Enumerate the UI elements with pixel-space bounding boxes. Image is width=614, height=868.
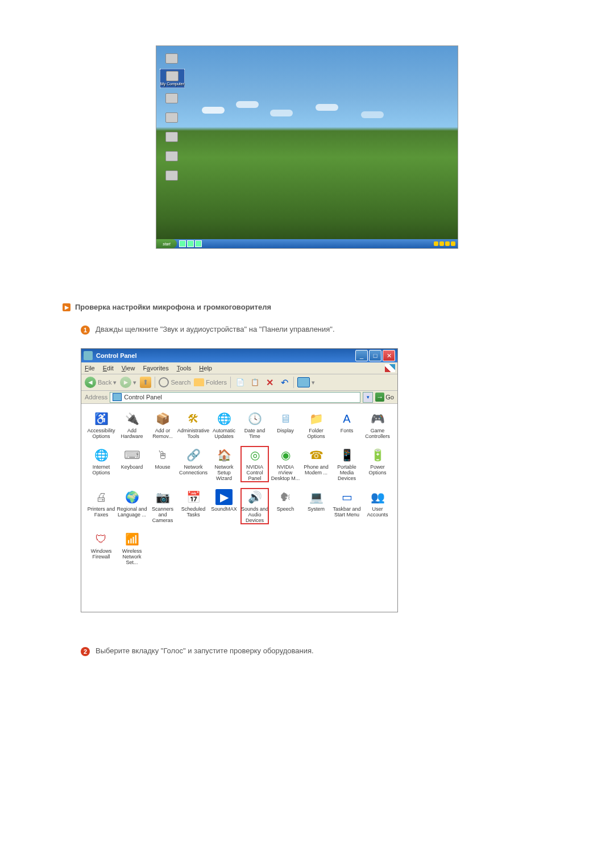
cp-item-label: Scanners and Cameras	[147, 506, 178, 523]
cp-item[interactable]: 🕓Date and Time	[239, 411, 270, 439]
window-titlebar: Control Panel _ □ ✕	[81, 349, 397, 362]
cp-item-icon: 🛡	[93, 531, 110, 547]
cp-item[interactable]: 💻System	[301, 489, 331, 523]
cp-item[interactable]: ♿Accessibility Options	[86, 411, 117, 439]
cp-item[interactable]: 🖥Display	[270, 411, 301, 439]
cp-item[interactable]: 🔋Power Options	[362, 447, 393, 481]
menu-edit[interactable]: Edit	[103, 365, 114, 372]
address-dropdown[interactable]: ▾	[363, 392, 373, 403]
quicklaunch	[179, 240, 202, 247]
cp-item[interactable]: AFonts	[331, 411, 362, 439]
folders-label: Folders	[206, 379, 227, 386]
cp-item[interactable]: ⌨Keyboard	[117, 447, 147, 481]
cp-item-icon: 📷	[154, 489, 171, 505]
copy-to-button[interactable]: 📋	[249, 377, 260, 388]
cp-item-icon: 📦	[154, 411, 171, 427]
views-button[interactable]: ▾	[297, 377, 315, 387]
cp-item[interactable]: 📷Scanners and Cameras	[147, 489, 178, 523]
cp-item[interactable]: 🛡Windows Firewall	[86, 531, 117, 565]
cp-item-icon: 👥	[369, 489, 386, 505]
menu-favorites[interactable]: Favorites	[143, 365, 168, 372]
cp-item[interactable]: 🏠Network Setup Wizard	[209, 447, 239, 481]
cp-item[interactable]: 🔌Add Hardware	[117, 411, 147, 439]
window-title: Control Panel	[96, 352, 137, 359]
cp-item[interactable]: 📶Wireless Network Set...	[117, 531, 147, 565]
section-title-text: Проверка настройки микрофона и громкогов…	[75, 303, 271, 311]
step-1-text: Дважды щелкните "Звук и аудиоустройства"…	[96, 325, 335, 333]
forward-button[interactable]: ► ▾	[120, 377, 136, 388]
folders-icon	[194, 378, 204, 386]
delete-button[interactable]: ✕	[264, 377, 275, 388]
cp-item-label: SoundMAX	[211, 506, 237, 512]
cp-item-label: NVIDIA nView Desktop M...	[270, 464, 301, 481]
step-2: 2 Выберите вкладку "Голос" и запустите п…	[81, 646, 546, 656]
go-label: Go	[385, 394, 394, 400]
cp-item[interactable]: 👥User Accounts	[362, 489, 393, 523]
search-button[interactable]: Search	[159, 377, 190, 387]
cp-item-icon: 🔊	[246, 489, 263, 505]
cp-item[interactable]: ◎NVIDIA Control Panel	[239, 447, 270, 481]
address-input[interactable]: Control Panel	[110, 392, 360, 403]
undo-button[interactable]: ↶	[279, 377, 290, 388]
cp-item[interactable]: 🗣Speech	[270, 489, 301, 523]
menu-tools[interactable]: Tools	[177, 365, 192, 372]
cp-item-label: User Accounts	[362, 506, 393, 518]
address-label: Address	[85, 394, 107, 400]
cp-item[interactable]: ▭Taskbar and Start Menu	[331, 489, 362, 523]
cp-item-icon: 🌐	[93, 447, 110, 463]
step-number-2-icon: 2	[81, 647, 90, 656]
cp-item[interactable]: 🔗Network Connections	[178, 447, 209, 481]
back-button[interactable]: ◄Back ▾	[85, 377, 117, 388]
move-icon: 📄	[234, 377, 246, 388]
menu-help[interactable]: Help	[199, 365, 212, 372]
folders-button[interactable]: Folders	[194, 378, 227, 386]
cp-item-label: Network Setup Wizard	[209, 464, 239, 481]
close-button[interactable]: ✕	[383, 350, 395, 361]
maximize-button[interactable]: □	[369, 350, 381, 361]
cp-item[interactable]: ◉NVIDIA nView Desktop M...	[270, 447, 301, 481]
cp-item[interactable]: 📱Portable Media Devices	[331, 447, 362, 481]
cp-item-icon: 🔌	[123, 411, 140, 427]
move-to-button[interactable]: 📄	[234, 377, 246, 388]
cp-item-label: Administrative Tools	[177, 428, 210, 439]
desktop-icon	[160, 108, 184, 127]
cp-item[interactable]: 🌐Automatic Updates	[209, 411, 239, 439]
menu-file[interactable]: File	[85, 365, 95, 372]
cp-item[interactable]: ☎Phone and Modem ...	[301, 447, 331, 481]
cp-item[interactable]: 🖨Printers and Faxes	[86, 489, 117, 523]
control-panel-icon	[84, 351, 93, 360]
cp-item-label: Sounds and Audio Devices	[239, 506, 270, 523]
cp-item-label: Automatic Updates	[209, 428, 239, 439]
cp-item[interactable]: 🌐Internet Options	[86, 447, 117, 481]
menu-view[interactable]: View	[122, 365, 135, 372]
cp-item-icon: ♿	[93, 411, 110, 427]
windows-desktop-screenshot: My Computer start	[156, 45, 458, 249]
cp-item-label: Fonts	[341, 428, 354, 433]
cp-item-icon: A	[338, 411, 355, 427]
cp-item[interactable]: 🌍Regional and Language ...	[117, 489, 147, 523]
folder-up-icon: ⬆	[140, 377, 151, 388]
cp-item[interactable]: 📁Folder Options	[301, 411, 331, 439]
cp-item[interactable]: 📦Add or Remov...	[147, 411, 178, 439]
folder-icon	[165, 93, 178, 103]
window-buttons: _ □ ✕	[355, 350, 395, 361]
cp-item-label: Add or Remov...	[147, 428, 178, 439]
cp-item-label: Mouse	[155, 464, 170, 470]
cp-item-icon: 🏠	[215, 447, 233, 463]
cp-item[interactable]: 🖱Mouse	[147, 447, 178, 481]
go-button[interactable]: →Go	[375, 393, 394, 402]
search-icon	[159, 377, 169, 387]
cp-item[interactable]: 🔊Sounds and Audio Devices	[239, 489, 270, 523]
cp-item[interactable]: 🛠Administrative Tools	[178, 411, 209, 439]
up-button[interactable]: ⬆	[140, 377, 151, 388]
minimize-button[interactable]: _	[355, 350, 368, 361]
taskbar-item	[195, 240, 202, 247]
cp-item-label: Regional and Language ...	[117, 506, 147, 518]
cp-item[interactable]: 📅Scheduled Tasks	[178, 489, 209, 523]
cp-item[interactable]: ▶SoundMAX	[209, 489, 239, 523]
control-panel-items: ♿Accessibility Options🔌Add Hardware📦Add …	[86, 408, 393, 571]
cp-item[interactable]: 🎮Game Controllers	[362, 411, 393, 439]
tray-icon	[451, 241, 455, 246]
separator	[230, 377, 231, 388]
search-label: Search	[171, 379, 190, 386]
